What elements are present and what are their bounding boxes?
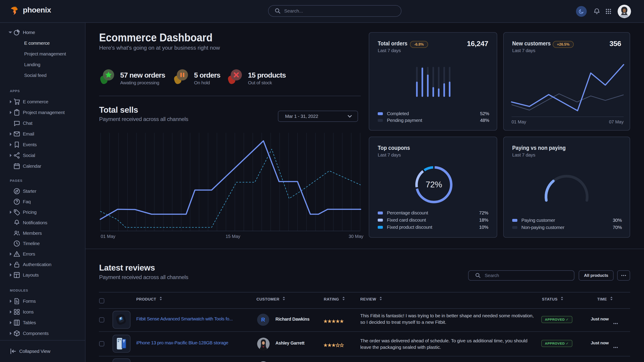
svg-text:30 May: 30 May xyxy=(349,234,364,239)
svg-text:07 May: 07 May xyxy=(609,119,624,124)
svg-text:15 May: 15 May xyxy=(226,234,240,239)
svg-text:01 May: 01 May xyxy=(101,234,116,239)
svg-text:01 May: 01 May xyxy=(512,119,526,124)
